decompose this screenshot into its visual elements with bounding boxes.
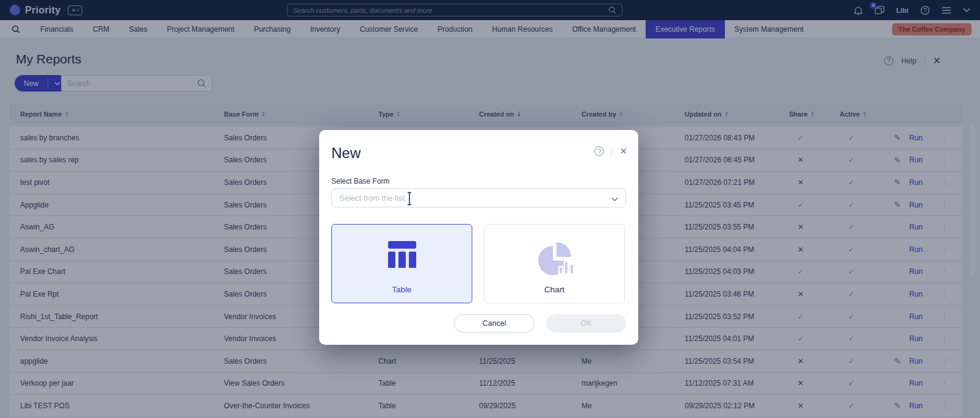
select-placeholder: Select from the list: [339, 193, 405, 203]
card-chart-label: Chart: [485, 285, 624, 294]
card-table-label: Table: [332, 285, 472, 294]
divider: [611, 147, 612, 156]
card-chart[interactable]: Chart: [484, 224, 625, 303]
new-report-dialog: New ? ✕ Select Base Form Select from the…: [319, 130, 638, 345]
card-table[interactable]: Table: [331, 224, 472, 303]
table-icon: [383, 240, 421, 269]
cancel-button[interactable]: Cancel: [454, 314, 535, 333]
report-type-cards: Table Chart: [331, 224, 625, 303]
base-form-select[interactable]: Select from the list: [331, 189, 626, 207]
chevron-down-icon: [611, 193, 618, 204]
dialog-title: New: [331, 145, 361, 162]
pie-chart-icon: [535, 240, 575, 275]
dialog-close-icon[interactable]: ✕: [619, 146, 627, 157]
text-cursor: [406, 192, 413, 208]
dialog-help-icon[interactable]: ?: [594, 146, 604, 156]
ok-button[interactable]: OK: [546, 314, 626, 333]
base-form-label: Select Base Form: [331, 177, 389, 186]
